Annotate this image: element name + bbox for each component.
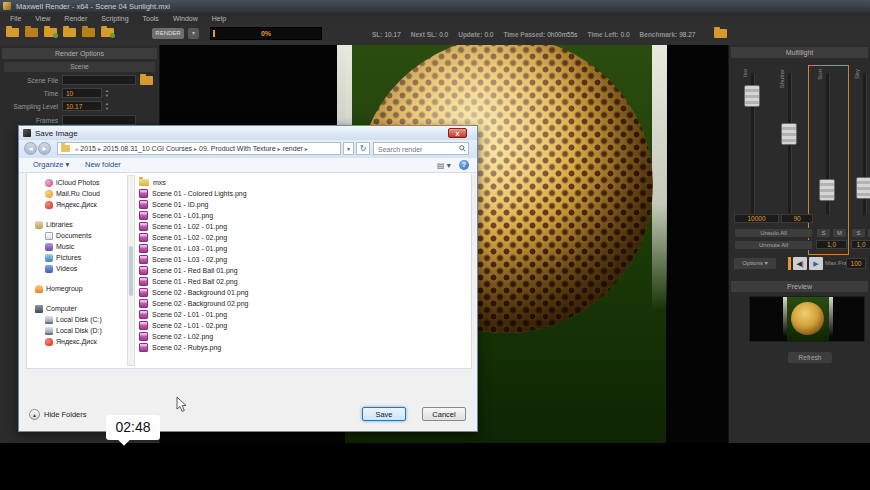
max-frames-value[interactable]: 100 [846, 258, 866, 269]
tree-item-mailru[interactable]: Mail.Ru Cloud [27, 188, 120, 199]
chevron-right-icon[interactable]: ▸ [192, 145, 199, 152]
iso-value[interactable]: 10000 [734, 214, 779, 223]
breadcrumb-segment[interactable]: render [283, 145, 303, 152]
options-dropdown[interactable]: Options ▾ [734, 258, 776, 269]
refresh-button[interactable]: Refresh [788, 352, 832, 363]
render-options-icon[interactable]: ▾ [188, 28, 199, 39]
unmute-all-button[interactable]: Unmute All [734, 240, 813, 250]
menu-window[interactable]: Window [166, 15, 205, 22]
sampling-level-stepper[interactable]: ▲▼ [103, 101, 111, 111]
help-icon[interactable]: ? [459, 160, 469, 170]
file-item[interactable]: Scene 01 - L03 - 02.png [139, 254, 469, 265]
open-folder-icon[interactable] [714, 29, 727, 38]
open-mxi-icon[interactable] [25, 28, 38, 37]
unsolo-all-button[interactable]: Unsolo All [734, 228, 813, 238]
softbox-right [652, 45, 667, 310]
skip-to-start-button[interactable]: ◀| [793, 257, 807, 270]
preferences-icon[interactable] [82, 28, 95, 37]
dialog-titlebar[interactable]: Save Image x [19, 126, 477, 141]
breadcrumb-segment[interactable]: 2015 [80, 145, 96, 152]
save-button[interactable]: Save [362, 407, 406, 421]
tree-item-yandex-disk[interactable]: Яндекс.Диск [27, 336, 120, 347]
back-icon[interactable]: ◄ [24, 142, 37, 155]
time-stepper[interactable]: ▲▼ [103, 88, 111, 98]
render-button[interactable]: RENDER [152, 28, 184, 39]
tree-item-computer[interactable]: Computer [27, 303, 120, 314]
file-item[interactable]: Scene 01 - L02 - 02.png [139, 232, 469, 243]
menu-scripting[interactable]: Scripting [94, 15, 135, 22]
shutter-value[interactable]: 90 [781, 214, 813, 223]
file-item[interactable]: Scene 01 - Colored Lights.png [139, 188, 469, 199]
sky-value[interactable]: 1,0 [851, 240, 870, 249]
tree-item-icloud[interactable]: iCloud Photos [27, 177, 120, 188]
hide-folders-button[interactable]: ▲ Hide Folders [29, 409, 87, 420]
tree-item-music[interactable]: Music [27, 241, 120, 252]
menu-help[interactable]: Help [205, 15, 233, 22]
export-icon[interactable] [63, 28, 76, 37]
tree-item-disk[interactable]: Local Disk (C:) [27, 314, 120, 325]
sun-solo-button[interactable]: S [816, 228, 831, 238]
file-item[interactable]: Scene 02 - Background 01.png [139, 287, 469, 298]
menu-view[interactable]: View [28, 15, 57, 22]
file-item[interactable]: Scene 01 - Red Ball 02.png [139, 276, 469, 287]
slider-handle[interactable] [781, 123, 797, 145]
slider-handle[interactable] [744, 85, 760, 107]
file-item[interactable]: Scene 01 - ID.png [139, 199, 469, 210]
file-item[interactable]: Scene 01 - L03 - 01.png [139, 243, 469, 254]
slider-handle[interactable] [819, 179, 835, 201]
scene-file-input[interactable] [62, 75, 136, 85]
cancel-button[interactable]: Cancel [422, 407, 466, 421]
sun-value[interactable]: 1,0 [816, 240, 847, 249]
breadcrumb[interactable]: «2015▸2015.08.31_10 CGI Courses▸09. Prod… [57, 142, 341, 155]
new-scene-icon[interactable] [6, 28, 19, 37]
sun-mute-button[interactable]: M [832, 228, 847, 238]
close-icon[interactable]: x [448, 128, 467, 138]
file-item[interactable]: Scene 01 - L02 - 01.png [139, 221, 469, 232]
breadcrumb-segment[interactable]: 09. Product With Texture [199, 145, 276, 152]
breadcrumb-dropdown-icon[interactable]: ▼ [343, 142, 354, 155]
menu-file[interactable]: File [3, 15, 28, 22]
chevron-right-icon[interactable]: ▸ [276, 145, 283, 152]
time-input[interactable]: 10 [62, 88, 102, 98]
file-item[interactable]: Scene 02 - L02.png [139, 331, 469, 342]
play-frames-button[interactable]: ▶ [809, 257, 823, 270]
menu-render[interactable]: Render [57, 15, 94, 22]
file-item[interactable]: Scene 01 - L01.png [139, 210, 469, 221]
tree-item-videos[interactable]: Videos [27, 263, 120, 274]
search-box[interactable] [373, 142, 469, 155]
tree-item-homegroup[interactable]: Homegroup [27, 283, 120, 294]
tree-scrollbar-thumb[interactable] [129, 246, 133, 296]
script-icon[interactable] [101, 28, 114, 37]
save-image-icon[interactable] [44, 28, 57, 37]
chevron-right-icon[interactable]: ▸ [96, 145, 103, 152]
refresh-icon[interactable]: ↻ [356, 142, 370, 155]
chevron-right-icon[interactable]: ▸ [303, 145, 310, 152]
frames-input[interactable] [62, 115, 136, 125]
sky-solo-button[interactable]: S [851, 228, 866, 238]
tree-item-libraries[interactable]: Libraries [27, 219, 120, 230]
folder-item[interactable]: mxs [139, 177, 469, 188]
tree-item-label: Documents [56, 232, 91, 239]
file-item[interactable]: Scene 01 - Red Ball 01.png [139, 265, 469, 276]
tree-item-pictures[interactable]: Pictures [27, 252, 120, 263]
file-item[interactable]: Scene 02 - L01 - 02.png [139, 320, 469, 331]
tree-scrollbar[interactable] [127, 175, 135, 366]
tree-item-label: Libraries [46, 221, 73, 228]
breadcrumb-segment[interactable]: 2015.08.31_10 CGI Courses [103, 145, 192, 152]
file-item[interactable]: Scene 02 - L01 - 01.png [139, 309, 469, 320]
tree-item-disk[interactable]: Local Disk (D:) [27, 325, 120, 336]
views-icon[interactable]: ▤ ▾ [437, 160, 451, 171]
tree-item-yandex-disk[interactable]: Яндекс.Диск [27, 199, 120, 210]
new-folder-button[interactable]: New folder [85, 158, 121, 172]
search-input[interactable] [376, 143, 458, 156]
slider-handle[interactable] [856, 177, 870, 199]
menu-tools[interactable]: Tools [136, 15, 166, 22]
browse-scene-file-icon[interactable] [140, 76, 153, 85]
tree-item-documents[interactable]: Documents [27, 230, 120, 241]
organize-button[interactable]: Organize ▾ [33, 158, 69, 172]
file-item[interactable]: Scene 02 - Rubys.png [139, 342, 469, 353]
file-item[interactable]: Scene 02 - Background 02.png [139, 298, 469, 309]
sampling-level-input[interactable]: 10.17 [62, 101, 102, 111]
folder-tree: iCloud PhotosMail.Ru CloudЯндекс.ДискLib… [27, 177, 120, 347]
forward-icon[interactable]: ► [38, 142, 51, 155]
